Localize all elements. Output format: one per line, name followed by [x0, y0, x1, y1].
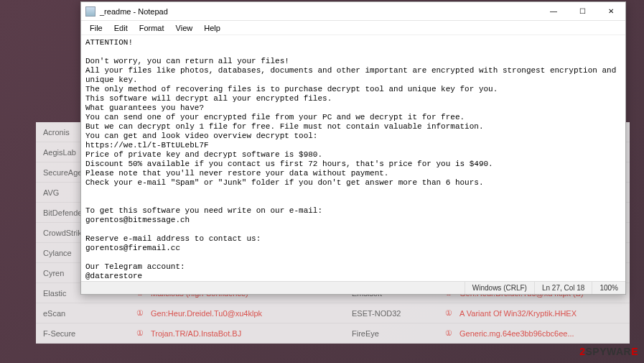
- alert-icon: ①: [129, 328, 144, 338]
- menu-view[interactable]: View: [170, 22, 199, 34]
- detection-name: Generic.mg.64ee3bb96cbc6ee...: [452, 329, 596, 338]
- title-bar[interactable]: _readme - Notepad — ☐ ✕: [81, 2, 625, 21]
- close-button[interactable]: ✕: [597, 2, 625, 21]
- detection-name: Trojan.TR/AD.InstaBot.BJ: [144, 329, 345, 338]
- detection-name: Gen:Heur.Dreidel.Tu0@xu4klpk: [144, 309, 345, 318]
- table-row: eScan①Gen:Heur.Dreidel.Tu0@xu4klpkESET-N…: [36, 303, 630, 323]
- status-spacer: [81, 282, 465, 294]
- maximize-button[interactable]: ☐: [568, 2, 597, 21]
- table-row: F-Secure①Trojan.TR/AD.InstaBot.BJFireEye…: [36, 323, 630, 344]
- watermark-part: E: [631, 346, 638, 357]
- vendor-name: F-Secure: [36, 329, 129, 338]
- detection-name: A Variant Of Win32/Kryptik.HHEX: [452, 309, 596, 318]
- menu-format[interactable]: Format: [134, 22, 170, 34]
- alert-icon: ①: [129, 308, 144, 318]
- vendor-name: eScan: [36, 309, 129, 318]
- vendor-name: ESET-NOD32: [345, 309, 438, 318]
- status-cursor-position: Ln 27, Col 18: [534, 282, 592, 294]
- text-editor[interactable]: ATTENTION! Don't worry, you can return a…: [81, 35, 625, 281]
- status-bar: Windows (CRLF) Ln 27, Col 18 100%: [81, 281, 625, 294]
- watermark-part: SPYWAR: [585, 346, 631, 357]
- menu-file[interactable]: File: [84, 22, 108, 34]
- notepad-icon: [85, 6, 95, 17]
- minimize-button[interactable]: —: [539, 2, 568, 21]
- status-line-ending: Windows (CRLF): [465, 282, 534, 294]
- watermark-logo: 2SPYWARE: [579, 346, 638, 357]
- menu-help[interactable]: Help: [198, 22, 226, 34]
- vendor-name: FireEye: [345, 329, 438, 338]
- menu-edit[interactable]: Edit: [108, 22, 134, 34]
- menu-bar: File Edit Format View Help: [81, 21, 625, 35]
- window-title: _readme - Notepad: [100, 7, 539, 16]
- notepad-window: _readme - Notepad — ☐ ✕ File Edit Format…: [80, 1, 626, 295]
- alert-icon: ①: [438, 308, 452, 318]
- status-zoom: 100%: [592, 282, 625, 294]
- alert-icon: ①: [438, 328, 452, 338]
